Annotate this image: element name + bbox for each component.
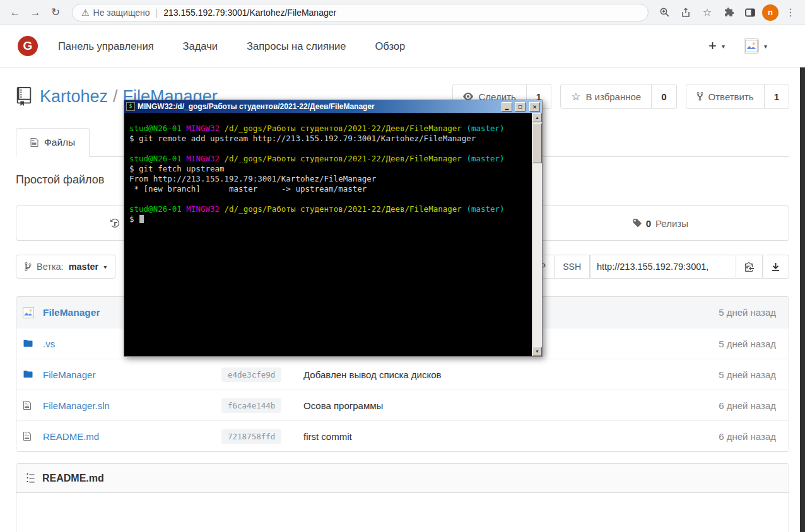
file-icon xyxy=(23,400,43,410)
back-icon[interactable]: ← xyxy=(5,3,25,23)
commit-date: 5 дней назад xyxy=(719,369,782,380)
branch-selector[interactable]: Ветка: master ▾ xyxy=(16,255,115,279)
repo-owner-link[interactable]: Kartohez xyxy=(40,87,108,106)
terminal-window: $ MINGW32:/d/_gogs/Работы студентов/2021… xyxy=(124,100,543,357)
browser-toolbar: ← → ↻ ⚠ Не защищено | 213.155.192.79:300… xyxy=(0,0,805,25)
table-row: FileManager.sln f6ca4e144b Осова програм… xyxy=(16,390,789,420)
releases-count: 0 xyxy=(646,218,651,229)
stat-releases[interactable]: 0 Релизы xyxy=(532,206,789,240)
folder-icon xyxy=(23,369,43,379)
chevron-down-icon: ▾ xyxy=(764,43,767,50)
commit-hash[interactable]: e4de3cfe9d xyxy=(221,367,281,382)
fork-count[interactable]: 1 xyxy=(765,84,789,109)
page-right-edge xyxy=(800,67,805,532)
navbar-right: + ▾ ▾ xyxy=(708,38,786,54)
tab-files[interactable]: Файлы xyxy=(16,128,90,157)
terminal-command: $ git remote add upstream http://213.155… xyxy=(129,134,527,144)
releases-label: Релизы xyxy=(655,218,688,229)
file-link[interactable]: FileManager.sln xyxy=(43,400,221,411)
chevron-down-icon: ▾ xyxy=(722,43,725,50)
commit-message[interactable]: Добавлен вывод списка дисков xyxy=(303,369,719,380)
branch-label: Ветка: xyxy=(37,262,64,272)
maximize-button[interactable]: □ xyxy=(515,102,526,112)
download-icon xyxy=(771,262,780,272)
readme-title: README.md xyxy=(42,473,104,484)
star-icon: ☆ xyxy=(571,90,580,103)
ssh-button[interactable]: SSH xyxy=(555,255,590,279)
gogs-logo[interactable]: G xyxy=(18,36,38,56)
table-row: README.md 7218758ffd first commit 6 дней… xyxy=(16,420,789,451)
commit-message[interactable]: first commit xyxy=(303,431,719,442)
scroll-up-icon[interactable]: ▲ xyxy=(532,113,542,122)
nav-dashboard[interactable]: Панель управления xyxy=(58,40,154,52)
nav-explore[interactable]: Обзор xyxy=(375,40,406,52)
copy-button[interactable] xyxy=(736,255,763,279)
new-repo-plus-icon[interactable]: + xyxy=(708,38,717,54)
not-secure-warning-icon: ⚠ xyxy=(81,8,90,18)
list-icon xyxy=(26,473,35,483)
terminal-command: $ git fetch upstream xyxy=(129,164,527,174)
commit-hash[interactable]: 7218758ffd xyxy=(221,429,281,444)
file-link[interactable]: FileManager xyxy=(43,369,221,380)
scrollbar-thumb[interactable] xyxy=(532,123,542,163)
terminal-scrollbar[interactable]: ▲ ▼ xyxy=(532,113,542,356)
refresh-icon[interactable]: ↻ xyxy=(45,3,66,23)
terminal-prompt-line: stud@N26-01 MINGW32 /d/_gogs/Работы студ… xyxy=(129,204,527,214)
bookmark-star-icon[interactable]: ☆ xyxy=(698,3,717,22)
nav-pull-requests[interactable]: Запросы на слияние xyxy=(247,40,346,52)
star-label: В избранное xyxy=(585,91,641,102)
clone-group: HTTP SSH xyxy=(514,255,789,279)
terminal-console[interactable]: stud@N26-01 MINGW32 /d/_gogs/Работы студ… xyxy=(124,113,532,356)
commit-date: 5 дней назад xyxy=(719,338,782,349)
side-panel-icon[interactable] xyxy=(741,3,760,22)
fork-group: Ответвить 1 xyxy=(686,84,789,109)
gogs-navbar: G Панель управления Задачи Запросы на сл… xyxy=(0,25,805,67)
clipboard-icon xyxy=(745,262,754,272)
readme-body xyxy=(16,493,789,532)
address-bar[interactable]: ⚠ Не защищено | 213.155.192.79:3001/Kart… xyxy=(72,4,649,21)
fork-button[interactable]: Ответвить xyxy=(686,84,765,109)
extensions-puzzle-icon[interactable] xyxy=(719,3,738,22)
terminal-titlebar[interactable]: $ MINGW32:/d/_gogs/Работы студентов/2021… xyxy=(124,100,542,113)
profile-avatar[interactable]: n xyxy=(762,4,779,21)
fork-icon xyxy=(696,91,703,101)
terminal-prompt-line: stud@N26-01 MINGW32 /d/_gogs/Работы студ… xyxy=(129,124,527,134)
commit-message[interactable]: Осова программы xyxy=(303,400,719,411)
user-avatar[interactable] xyxy=(744,38,759,54)
terminal-blank-line xyxy=(129,194,527,204)
minimize-button[interactable]: ▁ xyxy=(502,102,512,112)
terminal-body: stud@N26-01 MINGW32 /d/_gogs/Работы студ… xyxy=(124,113,542,356)
download-button[interactable] xyxy=(763,255,789,279)
share-icon[interactable] xyxy=(676,3,695,22)
tag-icon xyxy=(632,218,642,228)
repo-book-icon xyxy=(16,87,32,106)
forward-icon[interactable]: → xyxy=(25,3,45,23)
close-button[interactable]: × xyxy=(529,102,540,112)
browser-actions: ☆ n ⋮ xyxy=(655,3,800,22)
scroll-down-icon[interactable]: ▼ xyxy=(532,347,542,356)
zoom-icon[interactable] xyxy=(655,3,674,22)
branch-icon xyxy=(25,262,32,272)
file-link[interactable]: README.md xyxy=(43,431,221,442)
committer-avatar[interactable] xyxy=(23,307,43,318)
file-icon xyxy=(23,431,43,441)
star-count[interactable]: 0 xyxy=(652,84,676,109)
terminal-output: * [new branch] master -> upstream/master xyxy=(129,184,527,194)
kebab-menu-icon[interactable]: ⋮ xyxy=(781,3,800,22)
commit-date: 6 дней назад xyxy=(719,431,782,442)
commit-hash[interactable]: f6ca4e144b xyxy=(221,398,281,413)
clone-url-input[interactable] xyxy=(590,255,736,279)
star-button[interactable]: ☆ В избранное xyxy=(560,84,652,109)
terminal-output: From http://213.155.192.79:3001/Kartohez… xyxy=(129,174,527,184)
chevron-down-icon: ▾ xyxy=(103,263,107,270)
url-text: 213.155.192.79:3001/Kartohez/FileManager xyxy=(163,8,336,18)
readme-header: README.md xyxy=(16,464,789,493)
screen: ← → ↻ ⚠ Не защищено | 213.155.192.79:300… xyxy=(0,0,805,532)
history-icon xyxy=(110,218,120,228)
terminal-title: MINGW32:/d/_gogs/Работы студентов/2021-2… xyxy=(138,102,499,111)
nav-issues[interactable]: Задачи xyxy=(183,40,218,52)
commit-date: 5 дней назад xyxy=(719,307,782,318)
terminal-prompt-line: stud@N26-01 MINGW32 /d/_gogs/Работы студ… xyxy=(129,154,527,164)
folder-icon xyxy=(23,338,43,349)
terminal-current-line: $ xyxy=(129,214,527,224)
